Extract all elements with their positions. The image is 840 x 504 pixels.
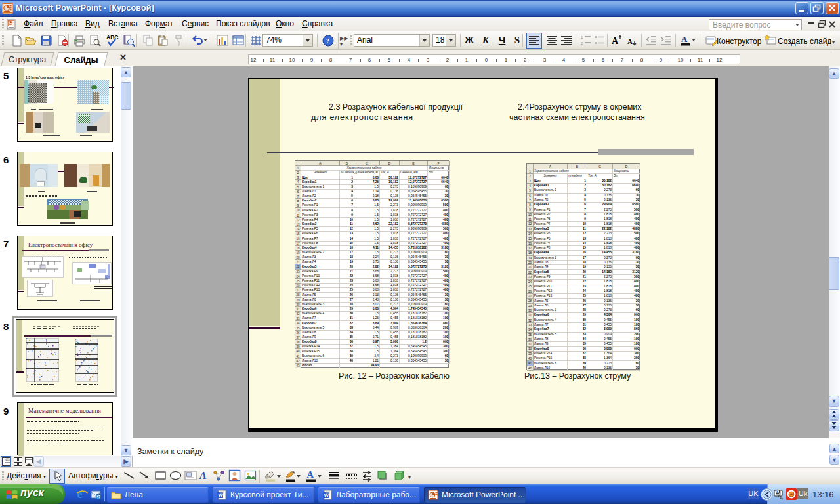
svg-text:?: ? <box>326 37 330 45</box>
svg-text:A: A <box>612 36 619 46</box>
svg-text:i: i <box>776 489 778 494</box>
svg-text:2: 2 <box>581 41 583 45</box>
svg-text:A: A <box>307 469 314 480</box>
svg-text:e: e <box>77 488 83 500</box>
svg-text:A: A <box>627 37 633 45</box>
svg-text:1: 1 <box>581 35 583 39</box>
svg-text:A: A <box>681 34 688 44</box>
svg-text:ABC: ABC <box>106 34 118 41</box>
svg-text:A: A <box>199 470 207 481</box>
